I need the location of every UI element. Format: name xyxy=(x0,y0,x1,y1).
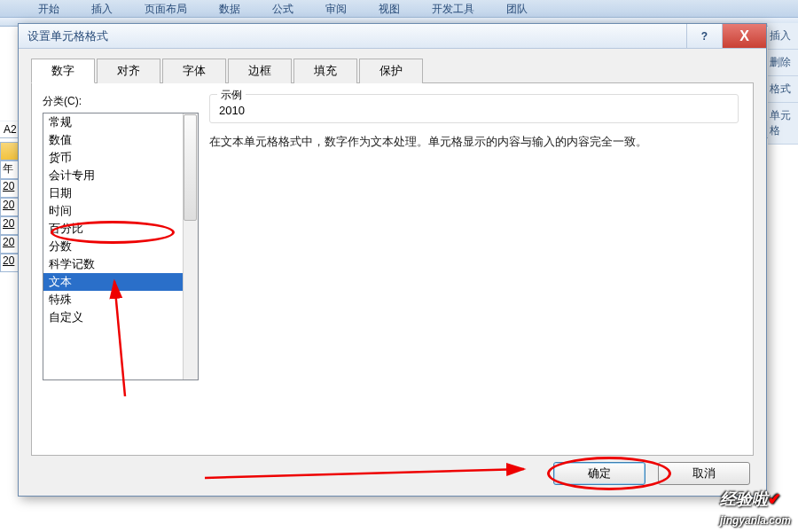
number-panel: 分类(C): 常规 数值 货币 会计专用 日期 时间 百分比 分数 科学记数 文… xyxy=(31,83,754,456)
example-value: 2010 xyxy=(219,100,729,117)
cat-currency[interactable]: 货币 xyxy=(43,149,198,167)
right-item-insert[interactable]: 插入 xyxy=(768,23,798,50)
category-label: 分类(C): xyxy=(43,94,199,109)
scrollbar-thumb[interactable] xyxy=(184,114,197,221)
tab-number[interactable]: 数字 xyxy=(31,59,95,83)
ribbon-tab-insert[interactable]: 插入 xyxy=(75,0,129,17)
watermark: 经验啦✔ jingyanla.com xyxy=(720,489,791,528)
cat-percent[interactable]: 百分比 xyxy=(43,220,198,238)
svg-line-1 xyxy=(205,469,524,478)
tab-font[interactable]: 字体 xyxy=(162,59,226,83)
ribbon-tab-data[interactable]: 数据 xyxy=(203,0,256,17)
cat-number[interactable]: 数值 xyxy=(43,131,198,149)
cat-text[interactable]: 文本 xyxy=(43,273,198,291)
dialog-tabs: 数字 对齐 字体 边框 填充 保护 xyxy=(31,58,754,83)
cat-time[interactable]: 时间 xyxy=(43,202,198,220)
right-strip: 插入 删除 格式 单元格 xyxy=(768,23,798,145)
dialog-title: 设置单元格格式 xyxy=(27,28,108,44)
watermark-text: 经验啦 xyxy=(720,490,768,508)
tab-protect[interactable]: 保护 xyxy=(359,59,423,83)
dialog-body: 数字 对齐 字体 边框 填充 保护 分类(C): 常规 数值 货币 会计专用 日… xyxy=(19,49,766,456)
category-list[interactable]: 常规 数值 货币 会计专用 日期 时间 百分比 分数 科学记数 文本 特殊 自定… xyxy=(43,113,199,380)
category-scrollbar[interactable] xyxy=(183,113,198,379)
cat-fraction[interactable]: 分数 xyxy=(43,238,198,255)
tab-fill[interactable]: 填充 xyxy=(293,59,357,83)
example-box: 示例 2010 xyxy=(209,94,739,123)
tab-border[interactable]: 边框 xyxy=(228,59,292,83)
dialog-titlebar: 设置单元格格式 ? X xyxy=(19,24,766,49)
right-item-format[interactable]: 格式 xyxy=(768,76,798,103)
format-description: 在文本单元格格式中，数字作为文本处理。单元格显示的内容与输入的内容完全一致。 xyxy=(209,134,739,150)
cat-general[interactable]: 常规 xyxy=(43,113,198,131)
cat-accounting[interactable]: 会计专用 xyxy=(43,167,198,184)
cat-special[interactable]: 特殊 xyxy=(43,291,198,309)
cancel-button[interactable]: 取消 xyxy=(658,462,750,485)
ribbon-tab-dev[interactable]: 开发工具 xyxy=(416,0,490,17)
right-item-delete[interactable]: 删除 xyxy=(768,50,798,76)
ribbon-tab-team[interactable]: 团队 xyxy=(490,0,544,17)
ribbon-tab-layout[interactable]: 页面布局 xyxy=(129,0,203,17)
ribbon-tab-view[interactable]: 视图 xyxy=(363,0,416,17)
ok-button[interactable]: 确定 xyxy=(553,462,645,485)
ribbon-tab-review[interactable]: 审阅 xyxy=(309,0,363,17)
ribbon-tab-start[interactable]: 开始 xyxy=(22,0,75,17)
check-icon: ✔ xyxy=(768,490,781,508)
ribbon-tab-formula[interactable]: 公式 xyxy=(256,0,309,17)
tab-align[interactable]: 对齐 xyxy=(97,59,160,83)
cat-scientific[interactable]: 科学记数 xyxy=(43,255,198,273)
watermark-url: jingyanla.com xyxy=(720,514,791,527)
cat-custom[interactable]: 自定义 xyxy=(43,309,198,326)
format-cells-dialog: 设置单元格格式 ? X 数字 对齐 字体 边框 填充 保护 分类(C): 常规 … xyxy=(18,23,767,497)
example-label: 示例 xyxy=(217,88,246,103)
dialog-footer: 确定 取消 xyxy=(553,462,750,485)
cat-date[interactable]: 日期 xyxy=(43,184,198,202)
ribbon-tabs: 开始 插入 页面布局 数据 公式 审阅 视图 开发工具 团队 xyxy=(0,0,798,18)
help-button[interactable]: ? xyxy=(686,24,722,48)
close-button[interactable]: X xyxy=(722,24,766,48)
right-item-cell[interactable]: 单元格 xyxy=(768,103,798,145)
